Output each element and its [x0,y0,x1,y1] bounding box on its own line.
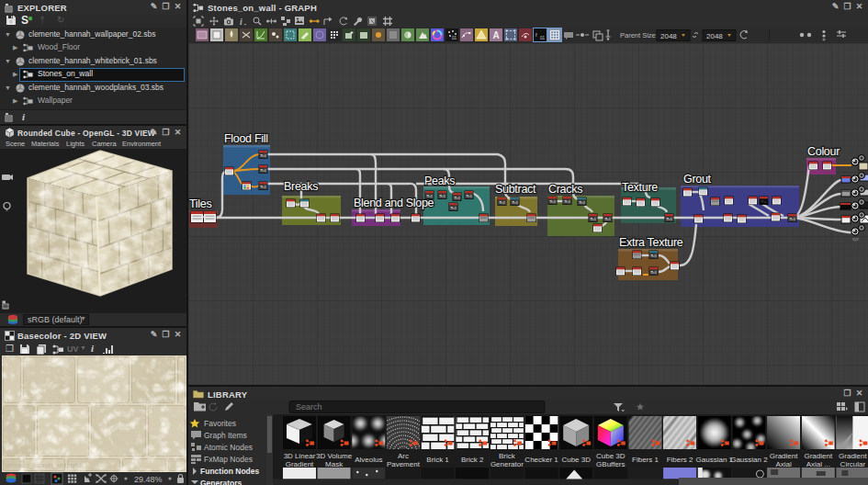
svg-text:Favorites: Favorites [204,419,236,428]
svg-text:Tiles: Tiles [189,197,211,210]
svg-text:Blend and Slope: Blend and Slope [354,197,434,209]
svg-text:Generator: Generator [490,460,524,468]
svg-text:Subtract: Subtract [495,183,536,196]
svg-text:Arc: Arc [398,452,409,460]
svg-text:Peaks: Peaks [424,175,455,187]
svg-text:Axial ...: Axial ... [806,460,830,468]
svg-text:01: 01 [540,36,546,40]
svg-text:A: A [493,30,500,40]
svg-text:Fibers 2: Fibers 2 [667,456,693,464]
svg-text:Axial: Axial [775,460,792,468]
svg-text:3D Linear: 3D Linear [284,452,316,460]
svg-text:Breaks: Breaks [284,180,318,193]
svg-text:2048: 2048 [706,32,723,40]
svg-text:Brick 2: Brick 2 [461,456,484,464]
svg-text:Pavement: Pavement [387,460,421,468]
svg-text:Grout: Grout [683,173,712,186]
svg-text:Alveolus: Alveolus [355,456,382,464]
svg-text:3D Volume: 3D Volume [316,452,353,460]
svg-text:Fibers 1: Fibers 1 [632,456,659,464]
svg-text:Search: Search [296,402,322,412]
svg-text:Gaussian 2: Gaussian 2 [730,456,768,464]
svg-text:Cracks: Cracks [548,183,582,196]
svg-text:Mask: Mask [325,460,344,468]
svg-text:Atomic Nodes: Atomic Nodes [204,443,253,452]
svg-text:Brick 1: Brick 1 [426,456,449,464]
svg-text:Generators: Generators [200,479,242,485]
svg-text:Circular: Circular [840,460,866,468]
svg-text:Parent Size:: Parent Size: [620,31,658,39]
svg-text:Gradient: Gradient [839,452,867,460]
svg-text:Flood Fill: Flood Fill [224,132,268,145]
svg-text:01: 01 [452,36,457,40]
svg-text:Texture: Texture [622,181,658,194]
svg-text:Cube 3D: Cube 3D [596,452,626,460]
svg-text:i: i [240,17,242,27]
svg-text:Graph Items: Graph Items [204,431,247,440]
svg-text:Extra Texture: Extra Texture [619,236,683,249]
svg-text:xyz: xyz [852,237,860,242]
svg-text:FxMap Nodes: FxMap Nodes [204,455,253,464]
svg-text:Gradient: Gradient [770,452,798,460]
svg-text:Gaussian 1: Gaussian 1 [696,456,734,464]
svg-text:Function Nodes: Function Nodes [200,467,259,476]
svg-text:Colour: Colour [807,145,840,158]
svg-text:Cube 3D: Cube 3D [561,456,591,464]
svg-text:Brick: Brick [499,452,516,460]
svg-text:Checker 1: Checker 1 [524,456,558,464]
svg-text:Gradient: Gradient [286,460,314,468]
svg-text:GBuffers: GBuffers [596,460,625,468]
svg-text:clemente_hannah_whitebrick: clemente_hannah_whitebrick [6,462,84,469]
svg-text:2048: 2048 [660,32,677,40]
svg-text:29.48%: 29.48% [134,475,163,484]
svg-text:Gradient: Gradient [804,452,832,460]
